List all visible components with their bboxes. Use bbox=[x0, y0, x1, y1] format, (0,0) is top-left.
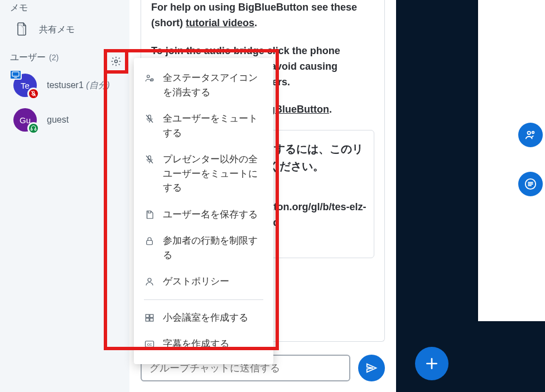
dropdown-item-clear-status[interactable]: 全ステータスアイコンを消去する bbox=[134, 65, 273, 105]
rooms-icon bbox=[144, 312, 155, 324]
dropdown-item-mute-except-presenter[interactable]: プレゼンター以外の全ユーザーをミュートにする bbox=[134, 146, 273, 201]
svg-point-7 bbox=[115, 60, 118, 63]
users-count: (2) bbox=[49, 53, 59, 62]
listen-badge-icon bbox=[27, 122, 40, 134]
save-icon bbox=[144, 209, 155, 221]
svg-rect-0 bbox=[12, 72, 19, 76]
svg-rect-16 bbox=[146, 318, 149, 321]
dropdown-item-mute-all[interactable]: 全ユーザーをミュートする bbox=[134, 105, 273, 146]
svg-point-13 bbox=[148, 278, 151, 282]
sidebar-section-memo: メモ bbox=[0, 0, 129, 14]
svg-point-5 bbox=[532, 132, 534, 134]
svg-rect-15 bbox=[150, 314, 153, 317]
dropdown-item-label: 全ステータスアイコンを消去する bbox=[163, 71, 263, 99]
dropdown-item-label: 参加者の行動を制限する bbox=[163, 234, 263, 262]
svg-text:CC: CC bbox=[147, 343, 152, 346]
whiteboard-tool-rail bbox=[478, 123, 545, 196]
turn-multiuser-whiteboard-button[interactable] bbox=[518, 123, 543, 147]
svg-rect-2 bbox=[31, 129, 32, 130]
svg-point-4 bbox=[528, 132, 531, 135]
dropdown-item-label: 全ユーザーをミュートする bbox=[163, 112, 263, 140]
shared-notes-icon bbox=[16, 22, 29, 37]
dropdown-item-label: 字幕を作成する bbox=[163, 337, 229, 351]
dropdown-item-lock-viewers[interactable]: 参加者の行動を制限する bbox=[134, 228, 273, 268]
users-header-label: ユーザー bbox=[10, 52, 46, 64]
whiteboard bbox=[478, 0, 545, 321]
sidebar-section-memo-label: メモ bbox=[10, 2, 28, 14]
svg-rect-17 bbox=[150, 318, 153, 321]
dropdown-separator bbox=[144, 299, 263, 300]
muted-badge-icon bbox=[27, 88, 40, 100]
user-name: guest bbox=[47, 115, 69, 125]
dropdown-item-write-captions[interactable]: CC 字幕を作成する bbox=[134, 331, 273, 357]
mute-icon bbox=[144, 113, 155, 125]
user-row[interactable]: Gu guest bbox=[0, 103, 129, 137]
dropdown-item-label: ゲストポリシー bbox=[163, 274, 229, 289]
actions-fab[interactable] bbox=[415, 347, 448, 380]
dropdown-item-label: プレゼンター以外の全ユーザーをミュートにする bbox=[163, 152, 263, 195]
send-button[interactable] bbox=[358, 355, 385, 381]
user-row[interactable]: Te testuser1 (自分) bbox=[0, 68, 129, 103]
avatar: Gu bbox=[13, 108, 37, 132]
user-icon bbox=[144, 275, 155, 288]
lock-icon bbox=[144, 235, 155, 247]
dropdown-item-create-breakout[interactable]: 小会議室を作成する bbox=[134, 304, 273, 331]
manage-users-dropdown: 全ステータスアイコンを消去する 全ユーザーをミュートする プレゼンター以外の全ユ… bbox=[134, 58, 273, 364]
svg-rect-12 bbox=[147, 240, 153, 245]
sidebar-item-label: 共有メモ bbox=[39, 24, 75, 36]
user-name: testuser1 (自分) bbox=[47, 80, 110, 91]
tutorial-videos-link[interactable]: tutorial videos bbox=[186, 17, 254, 28]
users-clear-icon bbox=[144, 72, 155, 84]
whiteboard-options-button[interactable] bbox=[518, 172, 543, 196]
avatar-initials: Te bbox=[21, 81, 30, 90]
presenter-icon bbox=[9, 70, 22, 80]
avatar: Te bbox=[13, 74, 37, 97]
dropdown-item-guest-policy[interactable]: ゲストポリシー bbox=[134, 268, 273, 295]
svg-point-8 bbox=[147, 75, 150, 78]
svg-rect-14 bbox=[146, 314, 149, 317]
sidebar-item-shared-notes[interactable]: 共有メモ bbox=[0, 14, 129, 45]
cc-icon: CC bbox=[144, 338, 155, 350]
manage-users-gear-button[interactable] bbox=[107, 52, 125, 70]
mute-icon bbox=[144, 153, 155, 166]
welcome-line-1: For help on using BigBlueButton see thes… bbox=[151, 0, 374, 31]
dropdown-item-save-usernames[interactable]: ユーザー名を保存する bbox=[134, 201, 273, 228]
dropdown-item-label: ユーザー名を保存する bbox=[163, 207, 258, 222]
svg-rect-3 bbox=[35, 129, 36, 130]
dropdown-item-label: 小会議室を作成する bbox=[163, 311, 248, 325]
